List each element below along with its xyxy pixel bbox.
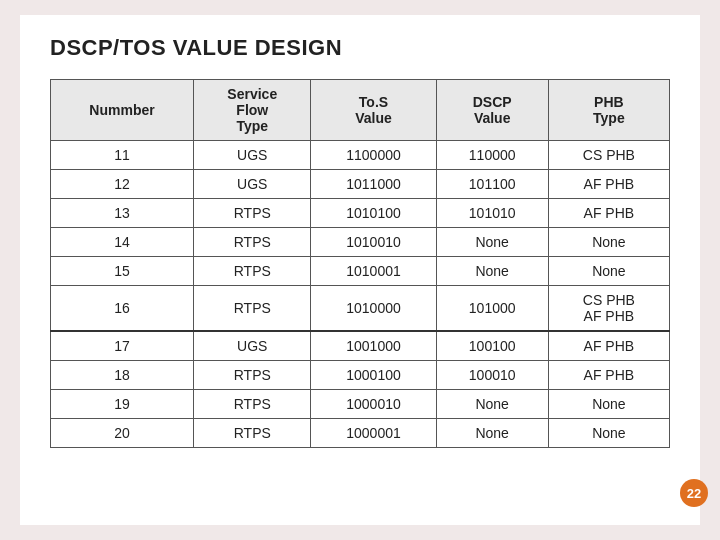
cell-flow: UGS: [194, 170, 311, 199]
col-header-service-flow: ServiceFlowType: [194, 80, 311, 141]
cell-flow: RTPS: [194, 390, 311, 419]
table-row: 19 RTPS 1000010 None None: [51, 390, 670, 419]
cell-tos: 1010001: [311, 257, 436, 286]
table-row: 16 RTPS 1010000 101000 CS PHBAF PHB: [51, 286, 670, 332]
cell-tos: 1010000: [311, 286, 436, 332]
cell-flow: RTPS: [194, 199, 311, 228]
cell-tos: 1011000: [311, 170, 436, 199]
table-row: 12 UGS 1011000 101100 AF PHB: [51, 170, 670, 199]
cell-flow: RTPS: [194, 419, 311, 448]
col-header-number: Nummber: [51, 80, 194, 141]
dscp-table: Nummber ServiceFlowType To.SValue DSCPVa…: [50, 79, 670, 448]
cell-flow: RTPS: [194, 257, 311, 286]
table-row: 11 UGS 1100000 110000 CS PHB: [51, 141, 670, 170]
cell-phb: CS PHB: [548, 141, 669, 170]
cell-tos: 1000010: [311, 390, 436, 419]
cell-num: 16: [51, 286, 194, 332]
cell-dscp: None: [436, 257, 548, 286]
cell-num: 12: [51, 170, 194, 199]
cell-flow: RTPS: [194, 286, 311, 332]
cell-num: 20: [51, 419, 194, 448]
cell-flow: RTPS: [194, 228, 311, 257]
cell-tos: 1010100: [311, 199, 436, 228]
cell-num: 13: [51, 199, 194, 228]
cell-num: 15: [51, 257, 194, 286]
page-badge: 22: [680, 479, 708, 507]
cell-num: 14: [51, 228, 194, 257]
cell-flow: UGS: [194, 331, 311, 361]
cell-phb: None: [548, 390, 669, 419]
table-row: 14 RTPS 1010010 None None: [51, 228, 670, 257]
col-header-dscp: DSCPValue: [436, 80, 548, 141]
cell-tos: 1000100: [311, 361, 436, 390]
cell-phb: AF PHB: [548, 199, 669, 228]
cell-tos: 1001000: [311, 331, 436, 361]
table-row: 17 UGS 1001000 100100 AF PHB: [51, 331, 670, 361]
cell-phb: AF PHB: [548, 361, 669, 390]
cell-flow: UGS: [194, 141, 311, 170]
cell-tos: 1010010: [311, 228, 436, 257]
cell-phb: CS PHBAF PHB: [548, 286, 669, 332]
cell-dscp: None: [436, 419, 548, 448]
cell-dscp: 101010: [436, 199, 548, 228]
col-header-phb: PHBType: [548, 80, 669, 141]
cell-dscp: None: [436, 390, 548, 419]
cell-phb: None: [548, 257, 669, 286]
cell-dscp: 110000: [436, 141, 548, 170]
col-header-tos: To.SValue: [311, 80, 436, 141]
cell-num: 18: [51, 361, 194, 390]
cell-dscp: 100010: [436, 361, 548, 390]
cell-dscp: 101100: [436, 170, 548, 199]
cell-phb: AF PHB: [548, 331, 669, 361]
cell-phb: None: [548, 419, 669, 448]
cell-phb: AF PHB: [548, 170, 669, 199]
cell-num: 19: [51, 390, 194, 419]
table-row: 20 RTPS 1000001 None None: [51, 419, 670, 448]
cell-phb: None: [548, 228, 669, 257]
cell-dscp: 100100: [436, 331, 548, 361]
table-row: 15 RTPS 1010001 None None: [51, 257, 670, 286]
cell-dscp: None: [436, 228, 548, 257]
table-row: 13 RTPS 1010100 101010 AF PHB: [51, 199, 670, 228]
cell-num: 17: [51, 331, 194, 361]
cell-flow: RTPS: [194, 361, 311, 390]
cell-num: 11: [51, 141, 194, 170]
page-title: DSCP/TOS VALUE DESIGN: [50, 35, 670, 61]
cell-tos: 1000001: [311, 419, 436, 448]
table-row: 18 RTPS 1000100 100010 AF PHB: [51, 361, 670, 390]
cell-dscp: 101000: [436, 286, 548, 332]
table-header-row: Nummber ServiceFlowType To.SValue DSCPVa…: [51, 80, 670, 141]
page-container: DSCP/TOS VALUE DESIGN Nummber ServiceFlo…: [20, 15, 700, 525]
cell-tos: 1100000: [311, 141, 436, 170]
